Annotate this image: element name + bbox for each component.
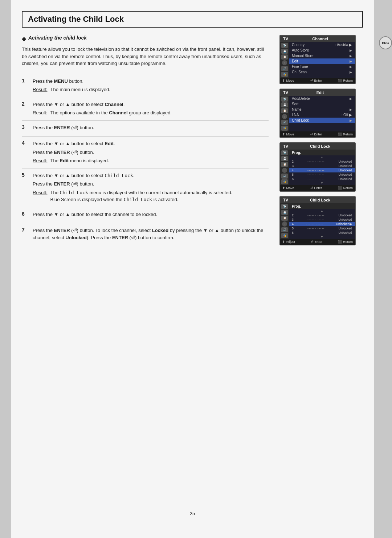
tv-screen-channel-display: TV Channel 📡 💾 📋 ○ 🔊 🎭	[279, 35, 356, 84]
tv-channel-footer: ⬆ Move ⏎ Enter ⬛ Return	[280, 78, 355, 83]
tv-edit-item-sort: Sort	[289, 101, 355, 107]
screenshots-col: TV Channel 📡 💾 📋 ○ 🔊 🎭	[279, 35, 363, 246]
tv-icon-4: ○	[282, 60, 287, 65]
tv-childlock1-icons: 📡 💾 📋 ○ 🔊 🎭	[280, 150, 289, 185]
tv-channel-body: 📡 💾 📋 ○ 🔊 🎭 Country: Austria ▶	[280, 42, 355, 78]
tv-icon-2: 💾	[281, 49, 288, 54]
tv-childlock1-icon-5: 🔊	[281, 174, 288, 179]
tv-childlock1-footer-return: ⬛ Return	[338, 186, 353, 190]
step-2-result-label: Result:	[33, 109, 47, 117]
step-2-content: Press the ▼ or ▲ button to select Channe…	[33, 101, 269, 117]
tv-childlock2-icon-6: 🎭	[281, 233, 288, 238]
tv-childlock2-icon-5: 🔊	[281, 227, 288, 232]
tv-childlock2-row-6: 6------ -----Unlocked	[289, 231, 355, 235]
step-1-content: Press the MENU button. Result: The main …	[33, 78, 269, 93]
step-7-instruction: Press the ENTER (⏎) button. To lock the …	[33, 227, 269, 241]
tv-childlock1-body: 📡 💾 📋 ○ 🔊 🎭 Prog. ▲	[280, 150, 355, 185]
tv-childlock1-row-6: 6------ -----Unlocked	[289, 177, 355, 181]
main-content: Activating the Child Lock ◆ Activating t…	[11, 0, 374, 538]
step-3-instruction: Press the ENTER (⏎) button.	[33, 124, 269, 131]
step-5-number: 5	[22, 172, 29, 178]
tv-childlock1-icon-2: 💾	[281, 156, 288, 161]
step-5-content: Press the ▼ or ▲ button to select Child …	[33, 172, 269, 203]
step-6-instruction: Press the ▼ or ▲ button to select the ch…	[33, 211, 269, 218]
tv-childlock1-menu: Prog. ▲ 2------ -----Unlocked 3------ --…	[289, 150, 355, 185]
tv-edit-footer: ⬆ Move ⏎ Enter ⬛ Return	[280, 131, 355, 137]
step-3-content: Press the ENTER (⏎) button.	[33, 124, 269, 133]
tv-edit-icons: 📡 💾 📋 ○ 🔊 🎭	[280, 96, 289, 131]
tv-childlock1-scroll-up: ▲	[289, 155, 355, 159]
tv-childlock1-icon-4: ○	[282, 168, 287, 173]
tv-screen-edit-display: TV Edit 📡 💾 📋 ○ 🔊 🎭	[279, 89, 356, 138]
tv-screen-channel: TV Channel 📡 💾 📋 ○ 🔊 🎭	[279, 35, 363, 84]
step-5-result-row: Result: The Child Lock menu is displayed…	[33, 189, 269, 203]
tv-icon-3: 📋	[281, 54, 288, 60]
tv-icon-1: 📡	[281, 43, 288, 48]
step-4-number: 4	[22, 140, 29, 146]
step-4-result-text: The Edit menu is displayed.	[50, 157, 109, 164]
tv-childlock2-scroll-down: ▼	[289, 235, 355, 239]
intro-text: This feature allows you to lock the tele…	[22, 46, 269, 67]
tv-edit-icon-5: 🔊	[281, 120, 288, 125]
tv-header-childlock1-title: Child Lock	[310, 144, 330, 148]
page-title: Activating the Child Lock	[28, 15, 357, 24]
tv-screen-childlock1-display: TV Child Lock 📡 💾 📋 ○ 🔊 🎭	[279, 142, 356, 192]
tv-childlock2-icons: 📡 💾 📋 ○ 🔊 🎭	[280, 203, 289, 239]
tv-childlock2-icon-4: ○	[282, 221, 287, 227]
diamond-bullet-icon: ◆	[22, 35, 26, 42]
section-heading: ◆ Activating the child lock	[22, 35, 269, 42]
tv-edit-footer-move: ⬆ Move	[282, 133, 294, 136]
tv-screen-childlock2: TV Child Lock 📡 💾 📋 ○ 🔊 🎭	[279, 196, 363, 245]
step-4-instruction-2: Press the ENTER (⏎) button.	[33, 149, 269, 156]
step-6: 6 Press the ▼ or ▲ button to select the …	[22, 207, 269, 223]
tv-childlock2-footer-return: ⬛ Return	[338, 240, 353, 244]
tv-header-childlock2-title: Child Lock	[310, 198, 330, 202]
section-heading-text: Activating the child lock	[28, 35, 87, 41]
step-1-instruction: Press the MENU button.	[33, 78, 269, 85]
tv-childlock2-body: 📡 💾 📋 ○ 🔊 🎭 Prog. ▲	[280, 203, 355, 239]
tv-childlock1-icon-1: 📡	[281, 150, 288, 155]
tv-childlock2-row-5: 5------ -----Unlocked	[289, 226, 355, 231]
tv-edit-icon-1: 📡	[281, 97, 288, 102]
tv-header-channel-left: TV	[283, 37, 288, 41]
tv-channel-item-manualstore: Manual Store▶	[289, 53, 355, 58]
step-2-result-row: Result: The options available in the Cha…	[33, 109, 269, 117]
step-5-instruction-1: Press the ▼ or ▲ button to select Child …	[33, 172, 269, 179]
tv-header-edit-left: TV	[283, 90, 288, 95]
tv-childlock2-row-3: 3------ -----Unlocked	[289, 217, 355, 222]
tv-childlock1-icon-3: 📋	[281, 162, 288, 167]
tv-childlock2-footer-adjust: ⬆ Adjust	[282, 240, 295, 244]
step-3: 3 Press the ENTER (⏎) button.	[22, 120, 269, 136]
tv-header-edit: TV Edit	[280, 89, 355, 96]
tv-childlock1-row-4: 4------ -----Unlocked	[289, 168, 355, 172]
page-container: Activating the Child Lock ◆ Activating t…	[0, 0, 392, 538]
step-5-result-label: Result:	[33, 189, 47, 203]
tv-edit-body: 📡 💾 📋 ○ 🔊 🎭 Add/Delete▶	[280, 96, 355, 131]
tv-footer-return: ⬛ Return	[338, 79, 353, 82]
step-4-instruction-1: Press the ▼ or ▲ button to select Edit.	[33, 140, 269, 147]
tv-screen-edit: TV Edit 📡 💾 📋 ○ 🔊 🎭	[279, 89, 363, 138]
tv-childlock2-row-4: 4------ -----Unlocked◈	[289, 222, 355, 226]
step-4-content: Press the ▼ or ▲ button to select Edit. …	[33, 140, 269, 164]
tv-header-childlock1-left: TV	[283, 144, 288, 148]
tv-screen-childlock2-display: TV Child Lock 📡 💾 📋 ○ 🔊 🎭	[279, 196, 356, 245]
step-7-content: Press the ENTER (⏎) button. To lock the …	[33, 227, 269, 242]
tv-childlock1-scroll-down: ▼	[289, 181, 355, 185]
tv-edit-icon-3: 📋	[281, 108, 288, 113]
step-7-number: 7	[22, 227, 29, 233]
tv-header-channel: TV Channel	[280, 36, 355, 42]
left-sidebar	[0, 0, 11, 538]
tv-childlock1-footer-enter: ⏎ Enter	[310, 186, 322, 190]
step-5-result-text: The Child Lock menu is displayed with th…	[50, 189, 232, 203]
eng-badge: ENG	[379, 36, 392, 49]
tv-childlock1-footer: ⬆ Move ⏎ Enter ⬛ Return	[280, 185, 355, 191]
tv-childlock2-icon-1: 📡	[281, 204, 288, 209]
tv-childlock2-icon-2: 💾	[281, 210, 288, 215]
step-1: 1 Press the MENU button. Result: The mai…	[22, 74, 269, 97]
step-4: 4 Press the ▼ or ▲ button to select Edit…	[22, 136, 269, 168]
tv-childlock2-footer-enter: ⏎ Enter	[311, 240, 322, 244]
step-2-number: 2	[22, 101, 29, 107]
tv-icon-5: 🔊	[281, 66, 288, 71]
tv-edit-item-childlock: Child Lock▶	[289, 118, 355, 123]
page-title-box: Activating the Child Lock	[22, 11, 363, 28]
